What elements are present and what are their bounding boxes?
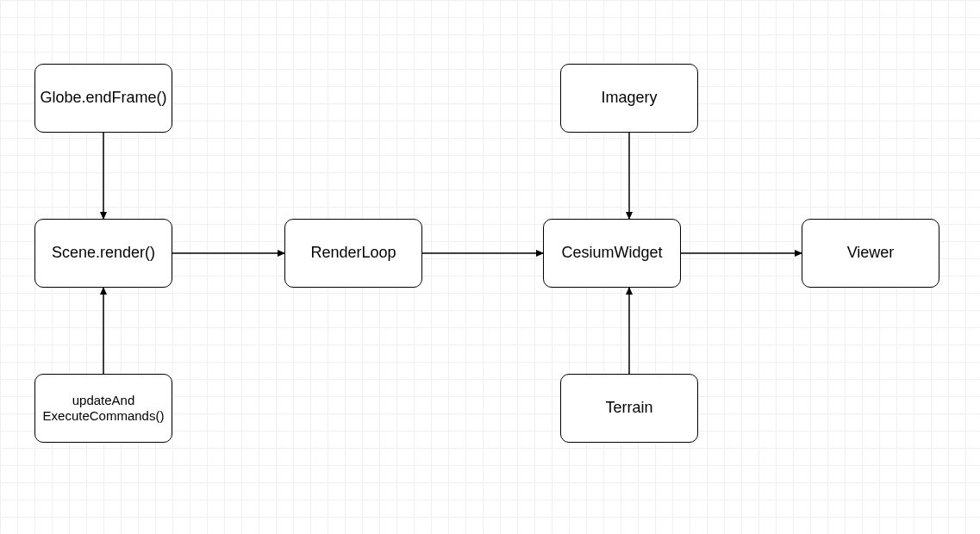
node-label: RenderLoop — [310, 244, 396, 263]
node-label: Scene.render() — [52, 244, 155, 263]
node-scene-render[interactable]: Scene.render() — [34, 219, 172, 288]
node-label: Viewer — [847, 244, 895, 263]
node-cesiumwidget[interactable]: CesiumWidget — [543, 219, 681, 288]
node-terrain[interactable]: Terrain — [560, 374, 698, 443]
node-label: Globe.endFrame() — [40, 89, 166, 108]
node-label: CesiumWidget — [561, 244, 662, 263]
node-label-line1: updateAnd — [72, 393, 135, 408]
node-label-line2: ExecuteCommands() — [43, 408, 165, 424]
node-globe-endframe[interactable]: Globe.endFrame() — [34, 64, 172, 133]
node-label: Imagery — [601, 89, 657, 108]
node-renderloop[interactable]: RenderLoop — [284, 219, 422, 288]
node-imagery[interactable]: Imagery — [560, 64, 698, 133]
node-label: Terrain — [605, 399, 652, 418]
node-update-execute-commands[interactable]: updateAnd ExecuteCommands() — [34, 374, 172, 443]
node-viewer[interactable]: Viewer — [802, 219, 939, 288]
diagram-canvas: Globe.endFrame() Scene.render() updateAn… — [0, 0, 980, 534]
